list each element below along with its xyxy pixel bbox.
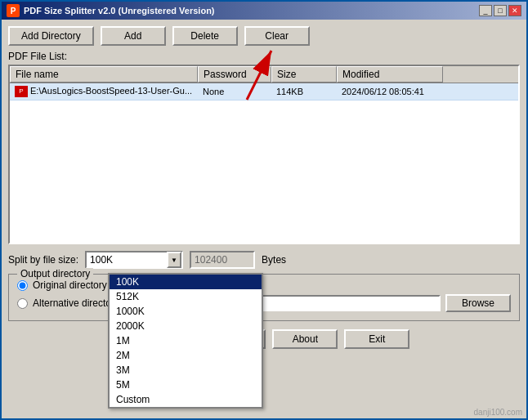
dropdown-item-2m[interactable]: 2M bbox=[110, 348, 262, 363]
split-row: Split by file size: 100K 512K 1000K 2000… bbox=[8, 251, 520, 269]
dropdown-item-2000k[interactable]: 2000K bbox=[110, 319, 262, 333]
browse-button[interactable]: Browse bbox=[445, 294, 511, 312]
dropdown-item-5m[interactable]: 5M bbox=[110, 378, 262, 392]
col-header-name: File name bbox=[10, 66, 198, 83]
toolbar: Add Directory Add Delete Clear bbox=[8, 26, 520, 46]
split-dropdown-container: 100K 512K 1000K 2000K 1M 2M 3M 5M Custom… bbox=[85, 251, 183, 269]
table-row[interactable]: PE:\AusLogics-BoostSpeed-13-User-Gu... N… bbox=[10, 83, 518, 101]
file-modified-cell: 2024/06/12 08:05:41 bbox=[337, 84, 443, 99]
file-list-label: PDF File List: bbox=[8, 51, 520, 62]
pdf-file-icon: P bbox=[15, 86, 28, 97]
dropdown-item-3m[interactable]: 3M bbox=[110, 363, 262, 378]
add-directory-button[interactable]: Add Directory bbox=[8, 26, 94, 46]
alt-dir-row: Alternative directory Browse bbox=[17, 294, 511, 312]
dropdown-item-512k[interactable]: 512K bbox=[110, 289, 262, 304]
file-list-container[interactable]: File name Password Size Modified PE:\Aus… bbox=[8, 65, 520, 244]
col-header-password: Password bbox=[198, 66, 271, 83]
exit-button[interactable]: Exit bbox=[344, 329, 409, 349]
alt-dir-radio[interactable] bbox=[17, 298, 28, 309]
bytes-input[interactable] bbox=[190, 251, 255, 269]
dropdown-overlay: 100K 512K 1000K 2000K 1M 2M 3M 5M Custom bbox=[108, 273, 263, 409]
split-size-select[interactable]: 100K 512K 1000K 2000K 1M 2M 3M 5M Custom bbox=[85, 251, 183, 269]
app-icon: P bbox=[7, 4, 20, 17]
col-header-size: Size bbox=[271, 66, 337, 83]
dropdown-item-custom[interactable]: Custom bbox=[110, 392, 262, 407]
dropdown-item-1000k[interactable]: 1000K bbox=[110, 304, 262, 319]
file-list-header: File name Password Size Modified bbox=[10, 66, 518, 83]
close-button[interactable]: ✕ bbox=[508, 5, 521, 16]
original-dir-label: Original directory bbox=[33, 279, 107, 291]
alt-dir-label: Alternative directory bbox=[33, 297, 119, 309]
title-controls: _ □ ✕ bbox=[479, 5, 521, 16]
dropdown-item-1m[interactable]: 1M bbox=[110, 333, 262, 348]
title-bar-left: P PDF Size Splitter v2.0 (Unregistered V… bbox=[7, 4, 215, 17]
col-header-modified: Modified bbox=[337, 66, 443, 83]
minimize-button[interactable]: _ bbox=[479, 5, 492, 16]
original-dir-radio[interactable] bbox=[17, 280, 28, 291]
original-dir-row: Original directory bbox=[17, 279, 511, 291]
delete-button[interactable]: Delete bbox=[172, 26, 238, 46]
content-area: Add Directory Add Delete Clear PDF File … bbox=[2, 20, 526, 418]
window-title: PDF Size Splitter v2.0 (Unregistered Ver… bbox=[24, 6, 215, 16]
output-legend: Output directory bbox=[17, 268, 93, 279]
file-password-cell: None bbox=[198, 84, 271, 99]
main-window: P PDF Size Splitter v2.0 (Unregistered V… bbox=[0, 0, 528, 420]
bytes-label: Bytes bbox=[262, 254, 286, 266]
split-label: Split by file size: bbox=[8, 254, 78, 266]
maximize-button[interactable]: □ bbox=[494, 5, 507, 16]
about-button[interactable]: About bbox=[272, 329, 338, 349]
file-size-cell: 114KB bbox=[271, 84, 337, 99]
clear-button[interactable]: Clear bbox=[244, 26, 310, 46]
file-name-cell: PE:\AusLogics-BoostSpeed-13-User-Gu... bbox=[10, 83, 198, 100]
bottom-bar: Begin Split Options... About Exit bbox=[8, 329, 520, 349]
watermark: danji100.com bbox=[474, 408, 522, 417]
output-group: Output directory Original directory Alte… bbox=[8, 274, 520, 321]
title-bar: P PDF Size Splitter v2.0 (Unregistered V… bbox=[2, 2, 526, 20]
dropdown-item-100k[interactable]: 100K bbox=[110, 275, 262, 289]
add-button[interactable]: Add bbox=[101, 26, 166, 46]
